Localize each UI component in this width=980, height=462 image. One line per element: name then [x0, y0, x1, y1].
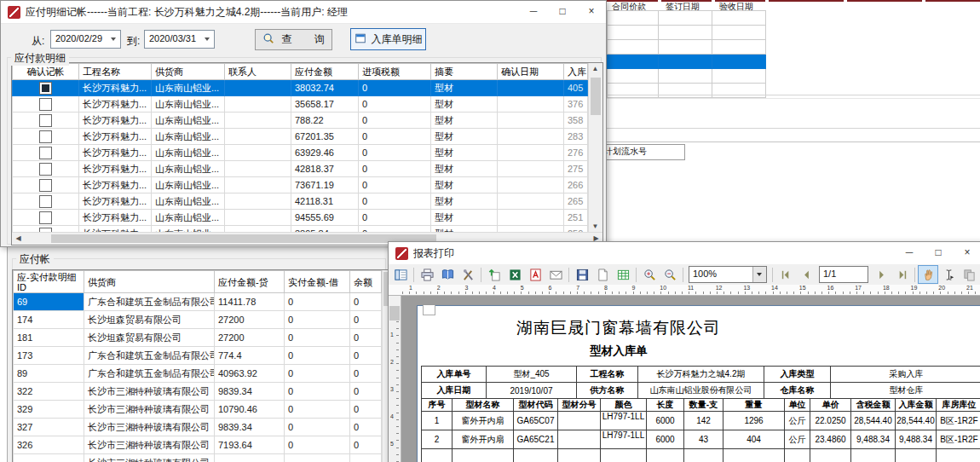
bg-grid-row[interactable]: [608, 26, 766, 40]
dropdown-arrow-icon[interactable]: [111, 38, 116, 41]
toc-panel-icon[interactable]: [390, 265, 411, 284]
inbound-detail-button[interactable]: 入库单明细: [350, 28, 426, 50]
table-row[interactable]: 长沙万科魅力...山东南山铝业...67201.350型材283: [13, 129, 588, 145]
column-header[interactable]: 确认记帐: [13, 64, 79, 80]
table-row[interactable]: 173广东合和建筑五金制品有限公司774.400: [14, 347, 382, 365]
next-page-icon[interactable]: [871, 265, 891, 284]
confirm-checkbox[interactable]: [39, 211, 52, 224]
cell: 长沙万科魅力...: [79, 80, 152, 96]
maximize-button[interactable]: □: [548, 1, 577, 23]
maximize-button[interactable]: □: [924, 242, 953, 264]
column-header[interactable]: 供货商: [84, 271, 215, 293]
query-button[interactable]: 查 询: [255, 29, 332, 50]
column-header[interactable]: 进项税额: [359, 64, 431, 80]
scroll-up-icon[interactable]: ▲: [589, 63, 602, 75]
scrollbar-thumb[interactable]: [591, 78, 601, 115]
first-page-icon[interactable]: [775, 265, 796, 284]
bg-grid-row[interactable]: [608, 55, 766, 69]
zoom-out-icon[interactable]: [660, 265, 680, 284]
table-row[interactable]: 89广东合和建筑五金制品有限公司40963.9200: [14, 365, 382, 383]
table-row[interactable]: 329长沙市三湘特种玻璃有限公司10790.4600: [14, 401, 382, 419]
column-header[interactable]: 应-实付款明细ID: [14, 271, 84, 293]
table-row[interactable]: 174长沙坦森贸易有限公司2720000: [14, 311, 382, 329]
bg-grid-row[interactable]: [608, 69, 766, 84]
table-row[interactable]: 长沙市三湘特种玻璃有限公司: [14, 454, 382, 462]
excel-icon[interactable]: [504, 265, 525, 284]
last-page-icon[interactable]: [891, 265, 912, 284]
table-row[interactable]: 长沙万科魅力...山东南山铝业...35658.170型材376: [13, 96, 588, 113]
text-select-icon[interactable]: [938, 265, 959, 284]
ruler-number: 2: [437, 285, 441, 291]
table-row[interactable]: 长沙万科魅力...山东南山铝业...94555.690型材251: [13, 210, 588, 226]
column-header[interactable]: 应付金额: [291, 64, 359, 80]
table-row[interactable]: 长沙万科魅力...山东南山铝业...42818.370型材275: [13, 161, 588, 177]
column-header: 序号: [422, 399, 453, 412]
table-row[interactable]: 322长沙市三湘特种玻璃有限公司9839.3400: [14, 383, 382, 401]
confirm-checkbox[interactable]: [39, 147, 52, 159]
book-icon[interactable]: [437, 265, 458, 284]
cell: [558, 412, 601, 430]
confirm-checkbox[interactable]: [39, 114, 52, 127]
save-icon[interactable]: [572, 265, 592, 284]
minimize-button[interactable]: ─: [895, 242, 924, 264]
hand-tool-icon[interactable]: [918, 265, 938, 284]
minimize-button[interactable]: ─: [519, 1, 548, 23]
confirm-checkbox[interactable]: [39, 82, 52, 95]
confirm-checkbox[interactable]: [39, 163, 52, 176]
page-setup-icon[interactable]: [592, 265, 613, 284]
cell: [558, 449, 601, 462]
page-indicator-input[interactable]: 1/1: [819, 266, 868, 283]
zoom-in-icon[interactable]: [639, 265, 660, 284]
title-bar[interactable]: 报表打印 ─□×: [389, 242, 980, 265]
cell: [13, 161, 79, 177]
payables-grid: 应-实付款明细ID供货商应付金额-贷实付金额-借余额69广东合和建筑五金制品有限…: [12, 269, 389, 462]
from-date-combo[interactable]: 2020/02/29: [50, 30, 121, 49]
cell: [514, 449, 558, 462]
column-header[interactable]: 实付金额-借: [285, 271, 350, 293]
to-date-combo[interactable]: 2020/03/31: [144, 30, 215, 49]
scroll-left-icon[interactable]: ◀: [12, 233, 25, 245]
table-row[interactable]: 长沙万科魅力...山东南山铝业...63929.460型材276: [13, 145, 588, 161]
scroll-down-icon[interactable]: ▼: [589, 221, 602, 233]
bg-grid-row[interactable]: [608, 40, 766, 55]
mail-icon[interactable]: [545, 265, 566, 284]
column-header[interactable]: 余额: [350, 271, 382, 293]
preview-area[interactable]: 12345 湖南巨晟门窗幕墙有限公司 型材入库单 入库单号型材_405工程名称长…: [389, 296, 980, 462]
table-row[interactable]: 327长沙市三湘特种玻璃有限公司9839.3400: [14, 419, 382, 436]
zoom-select[interactable]: 100%: [689, 266, 767, 283]
column-header[interactable]: 确认日期: [498, 64, 564, 80]
vertical-scrollbar[interactable]: ▲ ▼: [588, 63, 602, 233]
column-header[interactable]: 摘要: [431, 64, 498, 80]
close-button[interactable]: ×: [577, 1, 606, 23]
confirm-checkbox[interactable]: [39, 98, 52, 111]
grid-export-icon[interactable]: [613, 265, 633, 284]
pdf-icon[interactable]: [525, 265, 545, 284]
confirm-checkbox[interactable]: [39, 130, 52, 143]
cell: 9839.34: [215, 383, 285, 401]
table-row[interactable]: 长沙万科魅力...山东南山铝业...38032.740型材405: [13, 80, 588, 96]
column-header[interactable]: 工程名称: [79, 64, 152, 80]
scrollbar-thumb[interactable]: [51, 234, 436, 243]
table-row[interactable]: 长沙万科魅力...山东南山铝业...73671.190型材266: [13, 177, 588, 193]
dropdown-arrow-icon[interactable]: [752, 267, 766, 282]
table-row[interactable]: 181长沙坦森贸易有限公司2720000: [14, 329, 382, 347]
confirm-checkbox[interactable]: [39, 179, 52, 192]
column-header[interactable]: 联系人: [225, 64, 291, 80]
confirm-checkbox[interactable]: [39, 195, 52, 208]
tools-icon[interactable]: [458, 265, 478, 284]
table-row[interactable]: 长沙万科魅力...山东南山铝业...42118.310型材265: [13, 193, 588, 210]
close-button[interactable]: ×: [953, 242, 980, 264]
export-icon[interactable]: [484, 265, 504, 284]
title-bar[interactable]: 应付明细记帐------当前工程: 长沙万科魅力之城4.2期------当前用户…: [1, 1, 606, 24]
bg-grid-row[interactable]: [608, 11, 766, 26]
column-header[interactable]: 入库: [564, 64, 588, 80]
table-row[interactable]: 69广东合和建筑五金制品有限公司11411.7800: [14, 293, 382, 311]
table-row[interactable]: 326长沙市三湘特种玻璃有限公司7193.6400: [14, 436, 382, 454]
prev-page-icon[interactable]: [796, 265, 816, 284]
dropdown-arrow-icon[interactable]: [205, 38, 210, 41]
print-icon[interactable]: [417, 265, 437, 284]
column-header[interactable]: 供货商: [152, 64, 225, 80]
column-header[interactable]: 应付金额-贷: [215, 271, 285, 293]
table-row[interactable]: 长沙万科魅力...山东南山铝业...788.220型材358: [13, 113, 588, 129]
copy-page-icon[interactable]: [959, 265, 979, 284]
